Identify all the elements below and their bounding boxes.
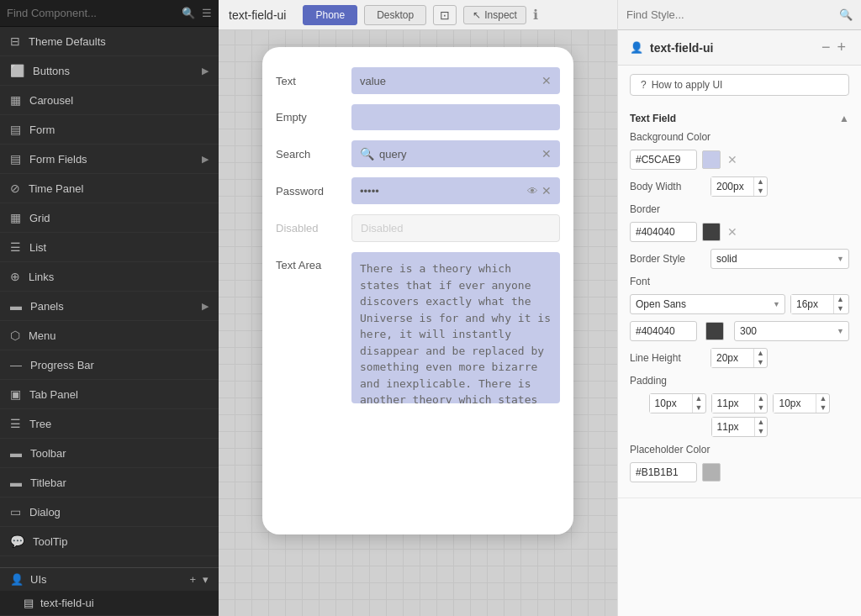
border-color-clear-icon[interactable]: ✕ [727, 225, 737, 239]
body-width-up[interactable]: ▲ [754, 177, 767, 187]
text-clear-icon[interactable]: ✕ [541, 74, 552, 87]
sidebar-item-tooltip[interactable]: 💬 ToolTip [0, 527, 219, 556]
inspect-button[interactable]: ↖ Inspect [463, 6, 526, 24]
sidebar-item-time-panel[interactable]: ⊘ Time Panel [0, 174, 219, 203]
sidebar-item-label: Form Fields [29, 153, 87, 166]
font-family-select[interactable]: Open Sans Arial Roboto [630, 294, 785, 314]
padding-right2-down[interactable]: ▼ [816, 403, 829, 413]
sidebar-menu-icon[interactable]: ☰ [202, 7, 212, 19]
padding-right-input[interactable] [712, 394, 754, 413]
panels-arrow-icon: ▶ [202, 301, 209, 312]
padding-top-up[interactable]: ▲ [693, 394, 705, 403]
font-color-swatch[interactable] [705, 322, 724, 340]
bg-color-swatch[interactable] [702, 150, 721, 169]
password-input-wrapper: 👁 ✕ [351, 177, 560, 204]
sidebar-search-input[interactable] [7, 7, 178, 19]
border-style-row: Border Style solid dashed dotted none [630, 249, 849, 269]
disabled-field-row: Disabled Disabled [276, 214, 560, 242]
cursor-icon: ↖ [473, 9, 481, 21]
body-width-input[interactable] [711, 177, 753, 196]
sidebar-item-grid[interactable]: ▦ Grid [0, 203, 219, 233]
sidebar-item-label: Carousel [29, 94, 73, 107]
padding-bottom-up[interactable]: ▲ [755, 418, 768, 427]
padding-label-row: Padding [630, 375, 849, 387]
style-search-input[interactable] [626, 8, 834, 21]
sidebar-item-list[interactable]: ☰ List [0, 233, 219, 262]
carousel-icon: ▦ [10, 93, 21, 107]
sidebar-item-toolbar[interactable]: ▬ Toolbar [0, 439, 219, 468]
font-color-input[interactable] [630, 321, 697, 341]
sidebar-item-buttons[interactable]: ⬜ Buttons ▶ [0, 56, 219, 86]
sidebar-item-panels[interactable]: ▬ Panels ▶ [0, 292, 219, 321]
body-width-down[interactable]: ▼ [754, 187, 767, 196]
padding-top-input[interactable] [650, 394, 692, 413]
tab-desktop[interactable]: Desktop [364, 5, 426, 25]
sidebar-item-titlebar[interactable]: ▬ Titlebar [0, 468, 219, 498]
style-search-icon[interactable]: 🔍 [839, 8, 853, 21]
ui-options-button[interactable]: ▾ [203, 573, 209, 586]
sidebar-item-tree[interactable]: ☰ Tree [0, 409, 219, 439]
line-height-up[interactable]: ▲ [754, 349, 767, 358]
password-input-field[interactable] [360, 185, 524, 197]
search-clear-icon[interactable]: ✕ [541, 147, 552, 161]
search-input-field[interactable] [379, 148, 538, 161]
sidebar-item-form-fields[interactable]: ▤ Form Fields ▶ [0, 145, 219, 174]
font-size-input[interactable] [791, 295, 833, 313]
sidebar-item-dialog[interactable]: ▭ Dialog [0, 498, 219, 527]
maximize-button[interactable]: + [833, 39, 849, 56]
sidebar-item-links[interactable]: ⊕ Links [0, 262, 219, 292]
section-collapse-icon[interactable]: ▲ [839, 113, 849, 124]
placeholder-color-input[interactable] [630, 462, 697, 482]
empty-input-field[interactable] [360, 111, 552, 124]
padding-right2-up[interactable]: ▲ [816, 394, 829, 403]
padding-right-down[interactable]: ▼ [755, 403, 768, 413]
border-color-swatch[interactable] [702, 223, 721, 241]
bg-color-clear-icon[interactable]: ✕ [727, 153, 737, 166]
line-height-input[interactable] [711, 349, 753, 367]
list-icon: ☰ [10, 240, 21, 254]
sidebar-item-label: Panels [30, 300, 64, 313]
padding-top-down[interactable]: ▼ [693, 403, 705, 413]
padding-top-row: ▲ ▼ ▲ ▼ ▲ ▼ [630, 393, 849, 413]
panels-icon: ▬ [10, 299, 22, 313]
font-size-down[interactable]: ▼ [834, 304, 847, 313]
textarea-field-label: Text Area [276, 252, 351, 271]
padding-bottom-down[interactable]: ▼ [755, 427, 768, 436]
text-field-section: Text Field ▲ Background Color ✕ Body Wid… [618, 104, 861, 498]
border-style-select[interactable]: solid dashed dotted none [710, 249, 849, 269]
tree-icon: ☰ [10, 417, 21, 430]
padding-bottom-input[interactable] [712, 418, 754, 436]
tab-phone[interactable]: Phone [303, 5, 357, 25]
sidebar-item-tab-panel[interactable]: ▣ Tab Panel [0, 380, 219, 409]
sidebar-header: 🔍 ☰ [0, 0, 219, 27]
bg-color-input[interactable] [630, 150, 697, 170]
sidebar-search-icon[interactable]: 🔍 [182, 7, 195, 19]
placeholder-color-swatch[interactable] [702, 463, 721, 482]
how-to-button[interactable]: ? How to apply UI [630, 74, 849, 96]
line-height-row: Line Height ▲ ▼ [630, 348, 849, 368]
text-input-field[interactable] [360, 75, 538, 87]
sidebar-item-form[interactable]: ▤ Form [0, 115, 219, 145]
info-button[interactable]: ℹ [533, 7, 538, 23]
responsive-icon-button[interactable]: ⊡ [433, 5, 457, 25]
sidebar-item-menu[interactable]: ⬡ Menu [0, 321, 219, 350]
sidebar-item-label: Links [29, 271, 54, 283]
sidebar-item-label: Tree [29, 418, 51, 430]
form-fields-arrow-icon: ▶ [202, 154, 209, 165]
font-size-up[interactable]: ▲ [834, 295, 847, 304]
border-color-input[interactable] [630, 222, 697, 242]
padding-right-up[interactable]: ▲ [755, 394, 768, 403]
password-eye-icon[interactable]: 👁 [527, 185, 538, 197]
minimize-button[interactable]: − [818, 39, 834, 56]
password-clear-icon[interactable]: ✕ [541, 184, 552, 197]
sidebar-item-carousel[interactable]: ▦ Carousel [0, 86, 219, 115]
canvas-area: Text ✕ Empty Search 🔍 ✕ [219, 30, 617, 616]
sidebar-item-progress-bar[interactable]: — Progress Bar [0, 350, 219, 380]
font-weight-select[interactable]: 300 400 500 700 [734, 321, 849, 341]
padding-right2-input[interactable] [774, 394, 816, 413]
add-ui-button[interactable]: + [189, 573, 196, 586]
line-height-down[interactable]: ▼ [754, 358, 767, 367]
sidebar-subitem-text-field-ui[interactable]: ▤ text-field-ui [0, 591, 219, 616]
textarea-input-field[interactable]: There is a theory which states that if e… [351, 252, 560, 403]
sidebar-item-theme-defaults[interactable]: ⊟ Theme Defaults [0, 27, 219, 56]
